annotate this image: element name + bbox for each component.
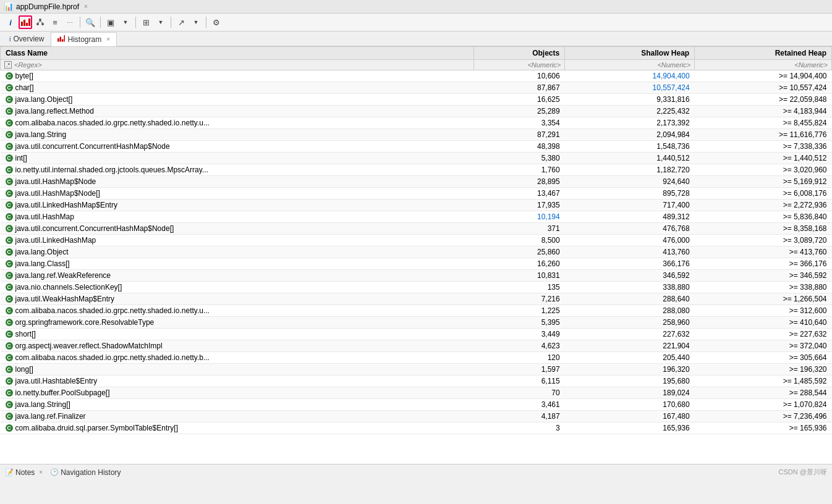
notes-icon: 📝: [5, 468, 14, 476]
filter-dropdown[interactable]: ▼: [119, 15, 132, 29]
class-icon: C: [6, 225, 13, 232]
table-row[interactable]: Cjava.lang.String[]3,461170,680>= 1,070,…: [1, 399, 832, 411]
table-row[interactable]: Cjava.util.LinkedHashMap8,500476,000>= 3…: [1, 235, 832, 246]
group-btn[interactable]: ⊞: [139, 15, 153, 29]
table-row[interactable]: Cjava.lang.Object25,860413,760>= 413,760: [1, 246, 832, 258]
table-row[interactable]: Cjava.util.WeakHashMap$Entry7,216288,640…: [1, 293, 832, 305]
cell-objects: 371: [473, 223, 565, 235]
cell-retained-heap: >= 413,760: [695, 246, 832, 258]
table-row[interactable]: Ccom.alibaba.nacos.shaded.io.grpc.netty.…: [1, 305, 832, 317]
class-icon: C: [6, 330, 13, 338]
cell-shallow-heap: 170,680: [565, 399, 695, 411]
class-icon: C: [6, 190, 13, 197]
table-row[interactable]: Cint[]5,3801,440,512>= 1,440,512: [1, 153, 832, 164]
class-icon: C: [6, 401, 13, 408]
table-row[interactable]: Corg.springframework.core.ResolvableType…: [1, 317, 832, 329]
table-row[interactable]: Cjava.util.concurrent.ConcurrentHashMap$…: [1, 141, 832, 153]
class-icon: C: [6, 72, 13, 80]
cell-classname: Ccom.alibaba.nacos.shaded.io.grpc.netty.…: [1, 352, 474, 364]
more-btn[interactable]: ⋯: [63, 15, 77, 29]
col-retained[interactable]: Retained Heap: [695, 47, 832, 60]
cell-classname: Cjava.util.LinkedHashMap$Entry: [1, 200, 474, 211]
table-row[interactable]: Cjava.util.Hashtable$Entry6,115195,680>=…: [1, 376, 832, 387]
cell-shallow-heap: 288,640: [565, 293, 695, 305]
col-objects[interactable]: Objects: [473, 47, 565, 60]
table-row[interactable]: Cjava.nio.channels.SelectionKey[]135338,…: [1, 282, 832, 293]
search-btn[interactable]: 🔍: [83, 15, 97, 29]
notes-label: Notes: [15, 468, 35, 477]
filter-retained[interactable]: <Numeric>: [695, 60, 832, 70]
table-row[interactable]: Cjava.util.concurrent.ConcurrentHashMap$…: [1, 223, 832, 235]
table-row[interactable]: Clong[]1,597196,320>= 196,320: [1, 364, 832, 376]
info-btn[interactable]: i: [4, 15, 17, 29]
cell-retained-heap: >= 1,266,504: [695, 293, 832, 305]
cell-retained-heap: >= 410,640: [695, 317, 832, 329]
cell-objects: 25,860: [473, 246, 565, 258]
cell-shallow-heap: 2,094,984: [565, 129, 695, 141]
notes-tab[interactable]: 📝 Notes ×: [5, 468, 43, 477]
tab-overview-label: Overview: [13, 35, 44, 43]
cell-objects: 1,597: [473, 364, 565, 376]
table-row[interactable]: Cjava.lang.ref.WeakReference10,831346,59…: [1, 270, 832, 282]
col-shallow[interactable]: Shallow Heap: [565, 47, 695, 60]
histogram-btn[interactable]: [19, 15, 32, 29]
cell-classname: Ccom.alibaba.nacos.shaded.io.grpc.netty.…: [1, 305, 474, 317]
dominator-btn[interactable]: [33, 15, 47, 29]
threads-btn[interactable]: ≡: [48, 15, 62, 29]
notes-close[interactable]: ×: [39, 469, 43, 476]
table-row[interactable]: Cjava.lang.Class[]16,260366,176>= 366,17…: [1, 258, 832, 270]
cell-classname: Cjava.util.HashMap$Node: [1, 176, 474, 188]
table-row[interactable]: Ccom.alibaba.nacos.shaded.io.grpc.netty.…: [1, 117, 832, 129]
tab-histogram-close[interactable]: ×: [106, 36, 110, 43]
class-name-text: io.netty.util.internal.shaded.org.jctool…: [15, 166, 208, 174]
title-close[interactable]: ×: [84, 3, 88, 10]
export-btn[interactable]: ↗: [174, 15, 188, 29]
cell-classname: Cbyte[]: [1, 70, 474, 82]
table-row[interactable]: Cjava.lang.String87,2912,094,984>= 11,61…: [1, 129, 832, 141]
table-row[interactable]: Cio.netty.util.internal.shaded.org.jctoo…: [1, 164, 832, 176]
col-classname[interactable]: Class Name: [1, 47, 474, 60]
table-container[interactable]: Class Name Objects Shallow Heap Retained…: [0, 46, 832, 464]
svg-rect-2: [26, 23, 28, 26]
cell-retained-heap: >= 10,557,424: [695, 82, 832, 94]
table-row[interactable]: Cjava.lang.ref.Finalizer4,187167,480>= 7…: [1, 411, 832, 422]
cell-retained-heap: >= 305,664: [695, 352, 832, 364]
cell-objects: 48,398: [473, 141, 565, 153]
cell-shallow-heap: 10,557,424: [565, 82, 695, 94]
table-row[interactable]: Cshort[]3,449227,632>= 227,632: [1, 329, 832, 340]
cell-shallow-heap: 1,440,512: [565, 153, 695, 164]
cell-objects: 16,260: [473, 258, 565, 270]
cell-retained-heap: >= 3,020,960: [695, 164, 832, 176]
table-row[interactable]: Cjava.util.HashMap10,194489,312>= 5,836,…: [1, 211, 832, 223]
nav-history-tab[interactable]: 🕑 Navigation History: [50, 468, 121, 477]
table-row[interactable]: Corg.aspectj.weaver.reflect.ShadowMatchI…: [1, 340, 832, 352]
table-row[interactable]: Cjava.lang.reflect.Method25,2892,225,432…: [1, 106, 832, 117]
class-icon: C: [6, 84, 13, 91]
cell-shallow-heap: 9,331,816: [565, 94, 695, 106]
class-icon: C: [6, 143, 13, 150]
class-name-text: com.alibaba.nacos.shaded.io.grpc.netty.s…: [15, 353, 210, 362]
tab-overview[interactable]: i Overview: [2, 32, 51, 46]
class-icon: C: [6, 237, 13, 244]
filter-classname[interactable]: .* <Regex>: [1, 60, 474, 70]
table-row[interactable]: Ccom.alibaba.druid.sql.parser.SymbolTabl…: [1, 422, 832, 434]
filter-btn[interactable]: ▣: [104, 15, 117, 29]
filter-objects[interactable]: <Numeric>: [473, 60, 565, 70]
class-icon: C: [6, 342, 13, 350]
table-row[interactable]: Ccom.alibaba.nacos.shaded.io.grpc.netty.…: [1, 352, 832, 364]
table-row[interactable]: Cjava.util.HashMap$Node28,895924,640>= 5…: [1, 176, 832, 188]
table-row[interactable]: Cjava.util.HashMap$Node[]13,467895,728>=…: [1, 188, 832, 200]
export-dropdown[interactable]: ▼: [189, 15, 203, 29]
class-name-text: java.util.WeakHashMap$Entry: [15, 295, 115, 303]
tab-histogram[interactable]: Histogram ×: [51, 32, 117, 46]
table-row[interactable]: Cchar[]87,86710,557,424>= 10,557,424: [1, 82, 832, 94]
table-row[interactable]: Cio.netty.buffer.PoolSubpage[]70189,024>…: [1, 387, 832, 399]
cell-classname: Cjava.util.LinkedHashMap: [1, 235, 474, 246]
sep1: [80, 17, 80, 28]
filter-shallow[interactable]: <Numeric>: [565, 60, 695, 70]
group-dropdown[interactable]: ▼: [154, 15, 168, 29]
table-row[interactable]: Cbyte[]10,60614,904,400>= 14,904,400: [1, 70, 832, 82]
settings-btn[interactable]: ⚙: [210, 15, 223, 29]
table-row[interactable]: Cjava.util.LinkedHashMap$Entry17,935717,…: [1, 200, 832, 211]
table-row[interactable]: Cjava.lang.Object[]16,6259,331,816>= 22,…: [1, 94, 832, 106]
